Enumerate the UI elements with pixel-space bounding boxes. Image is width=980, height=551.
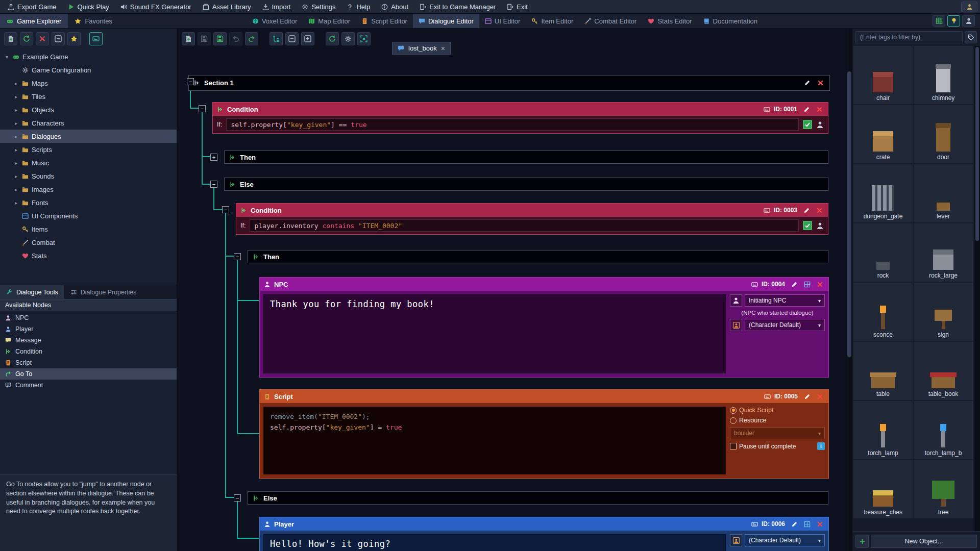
save-all-button[interactable]: [213, 32, 227, 45]
tab-documentation[interactable]: Documentation: [698, 14, 763, 28]
menu-quick-play[interactable]: Quick Play: [62, 0, 115, 13]
tiles-panel-button[interactable]: [933, 15, 945, 27]
npc-portrait-select[interactable]: (Character Default) ▾: [745, 319, 825, 331]
tree-item-tiles[interactable]: ▸Tiles: [0, 90, 177, 103]
delete-node-button[interactable]: [815, 280, 824, 289]
collapse-else1-button[interactable]: −: [210, 181, 217, 188]
asset-treasure-ches[interactable]: treasure_ches: [853, 460, 913, 518]
undo-button[interactable]: [229, 32, 242, 45]
menu-about[interactable]: About: [376, 0, 414, 13]
tab-favorites[interactable]: Favorites: [68, 14, 118, 28]
npc-dialogue-text[interactable]: Thank you for finding my book!: [263, 294, 726, 373]
node-condition-0003[interactable]: Condition ID: 0003 If: player.inventory …: [236, 203, 828, 235]
menu-import[interactable]: Import: [257, 0, 297, 13]
npc-character-select[interactable]: Initiating NPC ▾: [745, 294, 825, 307]
tab-script-editor[interactable]: Script Editor: [356, 14, 413, 28]
new-dialogue-button[interactable]: [182, 32, 195, 45]
tree-item-maps[interactable]: ▸Maps: [0, 77, 177, 90]
close-tab-icon[interactable]: ×: [441, 45, 445, 52]
asset-sconce[interactable]: sconce: [853, 283, 913, 341]
node-type-go-to[interactable]: Go To: [0, 368, 177, 380]
expand-arrow-icon[interactable]: ▸: [13, 147, 19, 153]
node-then-1[interactable]: Then: [224, 151, 828, 164]
collapse-else2-button[interactable]: −: [234, 494, 241, 502]
menu-exit-to-game-manager[interactable]: Exit to Game Manager: [414, 0, 501, 13]
tab-dialogue-tools[interactable]: Dialogue Tools: [0, 285, 64, 299]
tab-ui-editor[interactable]: UI Editor: [479, 14, 526, 28]
tree-item-fonts[interactable]: ▸Fonts: [0, 196, 177, 209]
asset-door[interactable]: door: [914, 105, 973, 163]
script-code-editor[interactable]: remove_item("ITEM_0002");self.property["…: [263, 407, 726, 474]
node-type-npc[interactable]: NPC: [0, 312, 177, 323]
open-portrait-button[interactable]: [802, 519, 812, 529]
tree-item-items[interactable]: Items: [0, 222, 177, 236]
delete-node-button[interactable]: [815, 519, 824, 529]
tree-item-dialogues[interactable]: ▸Dialogues: [0, 130, 177, 143]
asset-torch-lamp[interactable]: torch_lamp: [853, 401, 913, 459]
expand-arrow-icon[interactable]: ▸: [13, 94, 19, 99]
quick-script-radio[interactable]: Quick Script: [730, 407, 825, 414]
collapse-condition1-button[interactable]: −: [199, 105, 206, 112]
node-type-script[interactable]: Script: [0, 357, 177, 368]
node-type-player[interactable]: Player: [0, 323, 177, 335]
delete-resource-button[interactable]: [36, 32, 49, 45]
menu-sound-fx-generator[interactable]: Sound FX Generator: [115, 0, 197, 13]
scrollbar-thumb[interactable]: [975, 47, 979, 241]
add-object-button[interactable]: [855, 535, 869, 548]
tree-item-example-game[interactable]: ▾Example Game: [0, 50, 177, 63]
node-condition-0001[interactable]: Condition ID: 0001 If: self.property["ke…: [212, 102, 828, 134]
expand-arrow-icon[interactable]: ▸: [13, 173, 19, 179]
tab-combat-editor[interactable]: Combat Editor: [579, 14, 642, 28]
resource-radio[interactable]: Resource: [730, 417, 825, 424]
expand-arrow-icon[interactable]: ▸: [13, 200, 19, 206]
menu-asset-library[interactable]: Asset Library: [197, 0, 257, 13]
node-type-condition[interactable]: Condition: [0, 346, 177, 357]
menu-settings[interactable]: Settings: [296, 0, 341, 13]
tab-dialogue-editor[interactable]: Dialogue Editor: [413, 14, 479, 28]
delete-node-button[interactable]: [815, 105, 824, 114]
tree-view-button[interactable]: [270, 32, 283, 45]
collapse-all-button[interactable]: [285, 32, 299, 45]
player-portrait-button[interactable]: [730, 534, 742, 546]
canvas-scrollbar[interactable]: [846, 29, 852, 551]
player-dialogue-text[interactable]: Hello! How's it going?: [263, 534, 726, 551]
expand-arrow-icon[interactable]: ▸: [13, 107, 19, 113]
node-type-message[interactable]: Message: [0, 335, 177, 346]
condition-expression-field[interactable]: self.property["key_given"] == true: [226, 118, 799, 131]
edit-node-button[interactable]: [802, 105, 811, 114]
info-icon[interactable]: i: [817, 442, 825, 450]
tab-voxel-editor[interactable]: Voxel Editor: [247, 14, 303, 28]
edit-node-button[interactable]: [802, 206, 811, 215]
tree-item-ui-components[interactable]: UI Components: [0, 209, 177, 222]
asset-rock[interactable]: rock: [853, 223, 913, 282]
tree-item-images[interactable]: ▸Images: [0, 183, 177, 196]
delete-section-button[interactable]: [816, 79, 825, 88]
save-button[interactable]: [198, 32, 211, 45]
favorite-button[interactable]: [67, 32, 81, 45]
tab-map-editor[interactable]: Map Editor: [303, 14, 356, 28]
open-portrait-button[interactable]: [802, 280, 812, 289]
script-resource-select[interactable]: boulder ▾: [730, 427, 825, 439]
expand-arrow-icon[interactable]: ▸: [13, 187, 19, 192]
delete-node-button[interactable]: [815, 206, 824, 215]
toggle-resource-ids-button[interactable]: [89, 32, 103, 45]
asset-chimney[interactable]: chimney: [914, 46, 973, 104]
refresh-explorer-button[interactable]: [20, 32, 33, 45]
asset-table[interactable]: table: [853, 342, 913, 400]
expression-valid-checkbox[interactable]: [803, 120, 812, 129]
tree-item-objects[interactable]: ▸Objects: [0, 103, 177, 116]
dialogue-canvas[interactable]: lost_book × − − + − − − − Section 1: [178, 29, 846, 551]
center-view-button[interactable]: [357, 32, 371, 45]
dialogue-settings-button[interactable]: [341, 32, 355, 45]
edit-node-button[interactable]: [802, 392, 812, 401]
edit-section-button[interactable]: [802, 79, 812, 88]
asset-table-book[interactable]: table_book: [914, 342, 973, 400]
asset-tree[interactable]: tree: [914, 460, 973, 518]
tree-item-combat[interactable]: Combat: [0, 236, 177, 249]
menu-exit[interactable]: Exit: [501, 0, 533, 13]
characters-panel-button[interactable]: [962, 15, 975, 27]
asset-crate[interactable]: crate: [853, 105, 913, 163]
expand-arrow-icon[interactable]: ▸: [13, 120, 19, 126]
speaker-context-icon[interactable]: [816, 121, 824, 129]
redo-button[interactable]: [245, 32, 258, 45]
